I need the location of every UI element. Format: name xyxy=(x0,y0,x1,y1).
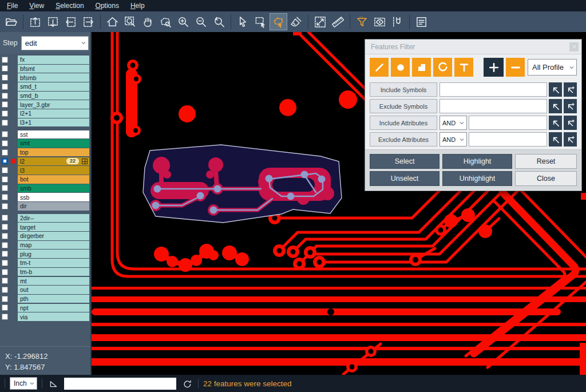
include-attributes-operator-select[interactable]: AND xyxy=(440,116,467,130)
add-tool-button[interactable] xyxy=(484,58,504,77)
pick-from-canvas-button[interactable] xyxy=(549,132,562,146)
toolbar-zoom-out-button[interactable] xyxy=(192,13,210,30)
surface-tool-button[interactable] xyxy=(412,58,431,77)
toolbar-pan-up-button[interactable] xyxy=(26,13,44,30)
line-tool-button[interactable] xyxy=(370,58,389,77)
toolbar-snap-magnet-button[interactable] xyxy=(389,13,406,30)
pick-from-canvas-button[interactable] xyxy=(549,82,562,97)
menu-item-selection[interactable]: Selection xyxy=(50,0,89,11)
toolbar-home-button[interactable] xyxy=(104,13,121,30)
layer-row-fx[interactable]: fx xyxy=(0,56,90,64)
layer-row-dir[interactable]: dir xyxy=(0,202,90,211)
layer-label[interactable]: tm-b xyxy=(18,268,89,276)
layer-row-pth[interactable]: pth xyxy=(0,295,90,303)
toolbar-view-eye-button[interactable] xyxy=(371,13,389,30)
layer-label[interactable]: l222 xyxy=(18,157,89,166)
layer-label[interactable]: 2dir-- xyxy=(18,214,89,223)
layer-row-smd_t[interactable]: smd_t xyxy=(0,82,90,91)
layer-row-tm-t[interactable]: tm-t xyxy=(0,259,90,267)
layer-visibility-checkbox[interactable] xyxy=(2,167,8,173)
layer-row-dirgerber[interactable]: dirgerber xyxy=(0,232,90,240)
layer-visibility-checkbox[interactable] xyxy=(2,260,8,266)
include-symbols-input[interactable] xyxy=(440,82,547,97)
layer-row-2dir--[interactable]: 2dir-- xyxy=(0,214,90,223)
layer-row-smd_b[interactable]: smd_b xyxy=(0,92,90,100)
remove-tool-button[interactable] xyxy=(506,58,525,77)
layer-visibility-checkbox[interactable] xyxy=(2,233,8,239)
layer-label[interactable]: sst xyxy=(18,130,89,139)
layer-label[interactable]: plug xyxy=(18,250,89,258)
exclude-attributes-button[interactable]: Exclude Attributes xyxy=(370,132,437,146)
command-input[interactable] xyxy=(64,378,176,390)
layer-row-l3+1[interactable]: l3+1 xyxy=(0,118,90,127)
text-tool-button[interactable] xyxy=(454,58,473,77)
layer-visibility-checkbox[interactable] xyxy=(2,269,8,275)
toolbar-select-rect-button[interactable] xyxy=(252,13,270,30)
layer-row-via[interactable]: via xyxy=(0,312,90,321)
layer-visibility-checkbox[interactable] xyxy=(2,185,8,191)
toolbar-select-cursor-button[interactable] xyxy=(234,13,252,30)
exclude-attributes-operator-select[interactable]: AND xyxy=(440,132,467,146)
toolbar-filter-funnel-button[interactable] xyxy=(353,13,371,30)
layer-label[interactable]: dirgerber xyxy=(18,232,89,240)
exclude-attributes-input[interactable] xyxy=(469,132,547,146)
layer-visibility-checkbox[interactable] xyxy=(2,74,8,81)
layer-row-bot[interactable]: bot xyxy=(0,175,90,184)
layer-visibility-checkbox[interactable] xyxy=(2,101,8,108)
select-button[interactable]: Select xyxy=(370,154,440,169)
include-attributes-button[interactable]: Include Attributes xyxy=(370,116,437,130)
layer-label[interactable]: smt xyxy=(18,139,89,148)
layer-label[interactable]: mt xyxy=(18,277,89,286)
corner-angle-icon[interactable] xyxy=(47,379,60,389)
layer-label[interactable]: bfsmt xyxy=(18,65,89,73)
layer-row-sst[interactable]: sst xyxy=(0,130,90,139)
layer-visibility-checkbox[interactable] xyxy=(2,203,8,209)
layer-visibility-checkbox[interactable] xyxy=(2,304,8,311)
pick-add-from-canvas-button[interactable] xyxy=(564,132,577,146)
layer-row-plug[interactable]: plug xyxy=(0,250,90,258)
layer-visibility-checkbox[interactable] xyxy=(2,110,8,117)
toolbar-pan-down-button[interactable] xyxy=(44,13,62,30)
layer-row-ssb[interactable]: ssb xyxy=(0,193,90,201)
layer-label[interactable]: smd_b xyxy=(18,92,89,100)
layer-visibility-checkbox[interactable] xyxy=(2,149,8,156)
layer-visibility-checkbox[interactable] xyxy=(2,120,8,126)
layer-label[interactable]: smd_t xyxy=(18,82,89,91)
dialog-title-bar[interactable]: Features Filter xyxy=(365,39,581,54)
profile-select[interactable]: All Profile xyxy=(528,59,577,76)
include-attributes-input[interactable] xyxy=(469,116,547,130)
reset-button[interactable]: Reset xyxy=(515,154,577,169)
layer-visibility-checkbox[interactable] xyxy=(2,215,8,221)
layer-row-target[interactable]: target xyxy=(0,223,90,231)
layer-label[interactable]: layer_3.gbr xyxy=(18,100,89,109)
layer-visibility-checkbox[interactable] xyxy=(2,93,8,99)
include-symbols-button[interactable]: Include Symbols xyxy=(370,82,437,97)
layer-label[interactable]: l3 xyxy=(18,166,89,175)
arc-tool-button[interactable] xyxy=(433,58,452,77)
layer-row-l3[interactable]: l3 xyxy=(0,166,90,175)
layer-label[interactable]: out xyxy=(18,286,89,294)
layer-visibility-checkbox[interactable] xyxy=(2,131,8,137)
layer-grid-icon[interactable] xyxy=(82,159,88,164)
layer-row-l2+1[interactable]: l2+1 xyxy=(0,109,90,118)
pick-add-from-canvas-button[interactable] xyxy=(564,116,577,130)
toolbar-measure-point-button[interactable] xyxy=(311,13,329,30)
layer-label[interactable]: npt xyxy=(18,304,89,312)
layer-visibility-checkbox[interactable] xyxy=(2,278,8,284)
toolbar-open-folder-button[interactable] xyxy=(2,13,20,30)
toolbar-zoom-polygon-button[interactable] xyxy=(157,13,175,30)
layer-visibility-checkbox[interactable] xyxy=(2,251,8,257)
menu-item-file[interactable]: File xyxy=(1,0,23,11)
layer-label[interactable]: tm-t xyxy=(18,259,89,267)
toolbar-measure-ruler-button[interactable] xyxy=(329,13,347,30)
toolbar-pan-hand-button[interactable] xyxy=(139,13,157,30)
layer-visibility-checkbox[interactable] xyxy=(2,65,8,72)
highlight-button[interactable]: Highlight xyxy=(442,154,512,169)
layer-label[interactable]: smb xyxy=(18,184,89,193)
toolbar-layers-panel-button[interactable] xyxy=(413,13,430,30)
toolbar-zoom-window-button[interactable] xyxy=(121,13,139,30)
layer-label[interactable]: via xyxy=(18,312,89,321)
layer-visibility-checkbox[interactable] xyxy=(2,314,8,320)
toolbar-zoom-previous-button[interactable] xyxy=(210,13,228,30)
layer-visibility-checkbox[interactable] xyxy=(2,84,8,90)
